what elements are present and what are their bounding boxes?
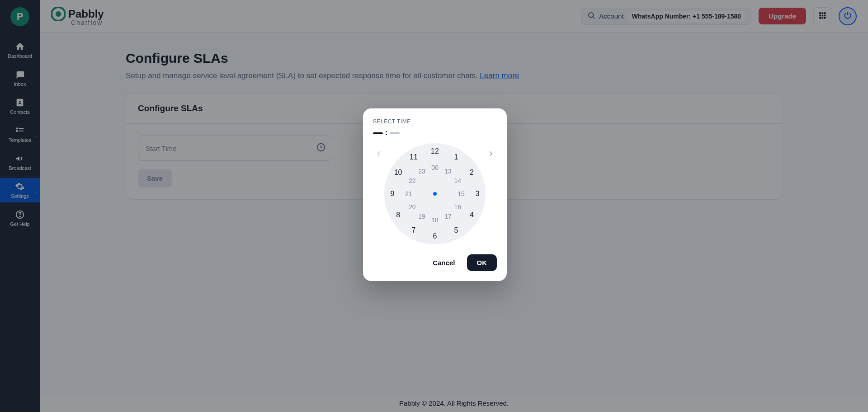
cancel-button[interactable]: Cancel: [425, 254, 462, 271]
ok-button[interactable]: OK: [467, 254, 497, 271]
time-display: [373, 131, 497, 135]
time-picker-dialog: SELECT TIME 1212345678910110013141516171…: [363, 108, 507, 281]
clock-hour-15[interactable]: 15: [458, 190, 465, 197]
hour-slot[interactable]: [373, 132, 383, 134]
clock-hour-22[interactable]: 22: [409, 177, 416, 184]
clock-face[interactable]: 121234567891011001314151617181920212223: [384, 143, 486, 244]
clock-hour-21[interactable]: 21: [405, 190, 412, 197]
clock-hour-14[interactable]: 14: [454, 177, 461, 184]
clock-hour-12[interactable]: 12: [431, 147, 439, 155]
clock-hour-7[interactable]: 7: [412, 226, 416, 234]
colon-icon: [386, 131, 387, 135]
clock-hour-10[interactable]: 10: [394, 169, 402, 177]
clock-hour-17[interactable]: 17: [444, 213, 452, 220]
clock-hour-2[interactable]: 2: [470, 169, 474, 177]
clock-hour-11[interactable]: 11: [410, 153, 418, 161]
clock-hour-1[interactable]: 1: [454, 153, 458, 161]
clock-hour-18[interactable]: 18: [431, 216, 439, 224]
clock-hour-23[interactable]: 23: [418, 168, 425, 175]
clock-center-dot: [433, 192, 437, 196]
clock-hour-5[interactable]: 5: [454, 226, 458, 234]
prev-arrow[interactable]: [373, 148, 385, 161]
clock-hour-9[interactable]: 9: [391, 190, 395, 198]
clock-hour-4[interactable]: 4: [470, 211, 474, 219]
clock-hour-6[interactable]: 6: [433, 232, 437, 240]
clock-hour-19[interactable]: 19: [418, 213, 425, 220]
clock-hour-20[interactable]: 20: [409, 203, 416, 211]
clock-hour-8[interactable]: 8: [396, 211, 400, 219]
minute-slot[interactable]: [390, 132, 400, 134]
clock-hour-00[interactable]: 00: [431, 164, 439, 171]
next-arrow[interactable]: [485, 148, 497, 161]
clock-hour-13[interactable]: 13: [444, 168, 452, 175]
clock-hour-3[interactable]: 3: [476, 190, 480, 198]
clock-hour-16[interactable]: 16: [454, 203, 461, 211]
dialog-title: SELECT TIME: [373, 118, 497, 125]
